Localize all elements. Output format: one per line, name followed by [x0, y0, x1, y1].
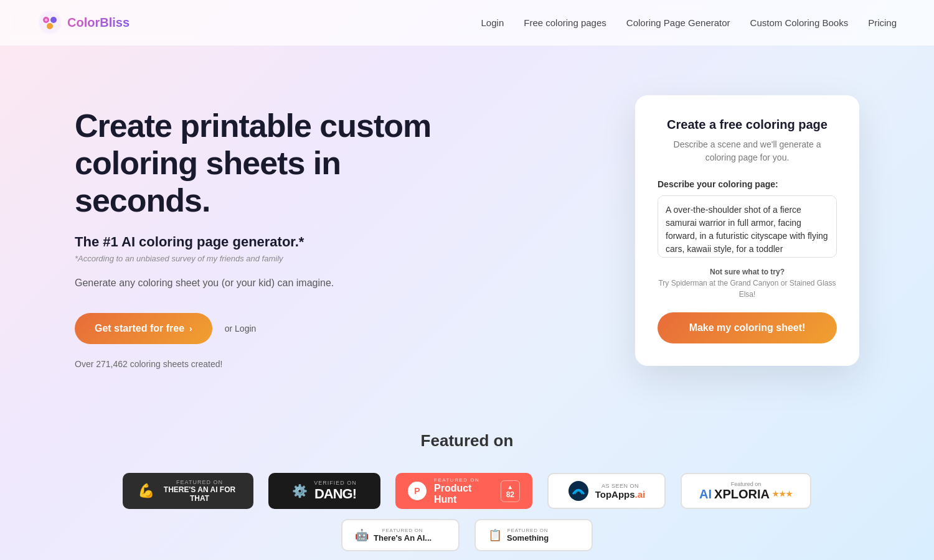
generate-button[interactable]: Make my coloring sheet! [658, 312, 837, 343]
dang-icon: ⚙️ [292, 483, 308, 498]
card-hint-text: Try Spiderman at the Grand Canyon or Sta… [658, 279, 836, 299]
topapps-icon [568, 480, 589, 502]
hero-section: Create printable custom coloring sheets … [0, 45, 934, 406]
logo[interactable]: ColorBliss [37, 10, 130, 35]
badge-row2-1-text: FEATURED ON There's An AI... [374, 528, 432, 543]
aixploria-stars: ★★★ [772, 490, 793, 498]
card-title: Create a free coloring page [658, 118, 837, 132]
nav-login[interactable]: Login [481, 17, 504, 28]
badge-row2-2-icon: 📋 [488, 528, 502, 542]
hero-subtitle: The #1 AI coloring page generator.* [75, 234, 436, 250]
card-hint: Not sure what to try? Try Spiderman at t… [658, 266, 837, 300]
hero-disclaimer: *According to an unbiased survey of my f… [75, 254, 436, 263]
producthunt-icon: P [408, 482, 427, 500]
theresanai-icon: 💪 [138, 483, 154, 499]
nav-links: Login Free coloring pages Coloring Page … [481, 17, 897, 28]
hero-count: Over 271,462 coloring sheets created! [75, 359, 436, 369]
nav-free-pages[interactable]: Free coloring pages [524, 17, 606, 28]
badge-row2-2-top: Featured on [507, 528, 549, 533]
dang-name: DANG! [314, 486, 357, 502]
producthunt-text: FEATURED ON Product Hunt [434, 477, 493, 505]
topapps-seen: As seen on [595, 483, 646, 489]
producthunt-featured: FEATURED ON [434, 477, 493, 483]
nav-generator[interactable]: Coloring Page Generator [626, 17, 730, 28]
get-started-label: Get started for free [95, 323, 184, 334]
hero-login-link[interactable]: or Login [225, 324, 257, 334]
theresanai-main: THERE'S AN AI FOR THAT [161, 485, 238, 503]
featured-logos-row1: 💪 FEATURED ON THERE'S AN AI FOR THAT ⚙️ … [50, 473, 884, 509]
badge-row2-2[interactable]: 📋 Featured on Something [474, 519, 593, 551]
hero-description: Generate any coloring sheet you (or your… [75, 276, 436, 291]
topapps-text: As seen on TopApps.ai [595, 483, 646, 500]
badge-row2-1-main: There's An AI... [374, 533, 432, 543]
dang-verified: Verified on [314, 480, 357, 486]
logo-icon [37, 10, 62, 35]
card-subtitle: Describe a scene and we'll generate a co… [658, 138, 837, 164]
svg-point-3 [47, 23, 53, 29]
aixploria-text: Featured on AI XPLORIA ★★★ [699, 481, 793, 502]
svg-point-4 [45, 19, 47, 21]
nav-pricing[interactable]: Pricing [868, 17, 897, 28]
badge-aixploria[interactable]: Featured on AI XPLORIA ★★★ [681, 473, 811, 509]
upvote-count: 82 [506, 490, 514, 499]
upvote-arrow: ▲ [507, 483, 513, 490]
hero-left: Create printable custom coloring sheets … [75, 95, 436, 369]
badge-row2-1[interactable]: 🤖 FEATURED ON There's An AI... [341, 519, 460, 551]
coloring-card: Create a free coloring page Describe a s… [635, 95, 859, 366]
badge-row2-1-icon: 🤖 [355, 528, 369, 542]
featured-section: Featured on 💪 FEATURED ON THERE'S AN AI … [0, 406, 934, 560]
aixploria-logo: AI XPLORIA ★★★ [699, 487, 793, 502]
badge-theresanai[interactable]: 💪 FEATURED ON THERE'S AN AI FOR THAT [123, 473, 253, 509]
arrow-icon: › [189, 324, 192, 334]
badge-producthunt[interactable]: P FEATURED ON Product Hunt ▲ 82 [395, 473, 532, 509]
badge-row2-2-text: Featured on Something [507, 528, 549, 543]
nav-books[interactable]: Custom Coloring Books [750, 17, 849, 28]
theresanai-text: FEATURED ON THERE'S AN AI FOR THAT [161, 479, 238, 503]
logo-text: ColorBliss [67, 16, 130, 30]
dang-text: Verified on DANG! [314, 480, 357, 502]
badge-row2-2-main: Something [507, 533, 549, 543]
navbar: ColorBliss Login Free coloring pages Col… [0, 0, 934, 45]
svg-point-0 [39, 11, 61, 34]
featured-logos-row2: 🤖 FEATURED ON There's An AI... 📋 Feature… [50, 519, 884, 551]
badge-topapps[interactable]: As seen on TopApps.ai [547, 473, 666, 509]
aixploria-ai-text: AI [699, 487, 712, 502]
description-textarea[interactable] [658, 195, 837, 258]
hero-cta: Get started for free › or Login [75, 313, 436, 344]
get-started-button[interactable]: Get started for free › [75, 313, 212, 344]
aixploria-name: XPLORIA [714, 487, 770, 502]
featured-title: Featured on [50, 431, 884, 450]
svg-point-2 [50, 17, 57, 23]
card-hint-label: Not sure what to try? [710, 268, 785, 276]
producthunt-name: Product Hunt [434, 483, 493, 505]
card-label: Describe your coloring page: [658, 179, 837, 189]
theresanai-small: FEATURED ON [161, 479, 238, 485]
badge-dang[interactable]: ⚙️ Verified on DANG! [268, 473, 380, 509]
aixploria-featured: Featured on [699, 481, 793, 487]
producthunt-upvote: ▲ 82 [501, 480, 520, 502]
badge-row2-1-top: FEATURED ON [374, 528, 432, 533]
topapps-name: TopApps.ai [595, 489, 646, 500]
hero-title: Create printable custom coloring sheets … [75, 108, 436, 219]
